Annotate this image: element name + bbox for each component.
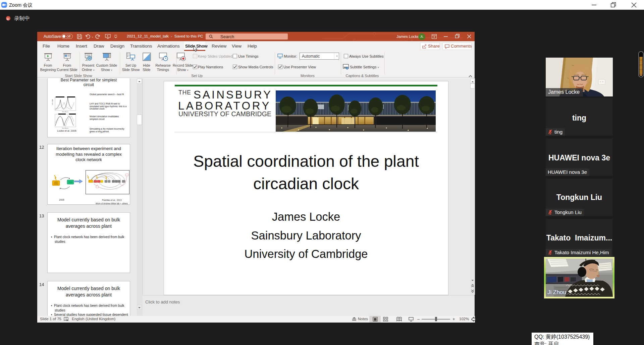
svg-text:Time (Hours): Time (Hours) bbox=[62, 128, 68, 129]
svg-text:TOC1: TOC1 bbox=[68, 182, 72, 183]
svg-text:Time (Hours): Time (Hours) bbox=[62, 111, 68, 113]
svg-text:LHY mRNA: LHY mRNA bbox=[52, 99, 53, 105]
svg-text:LHY/: LHY/ bbox=[54, 182, 58, 183]
svg-text:CCA1: CCA1 bbox=[54, 183, 58, 185]
